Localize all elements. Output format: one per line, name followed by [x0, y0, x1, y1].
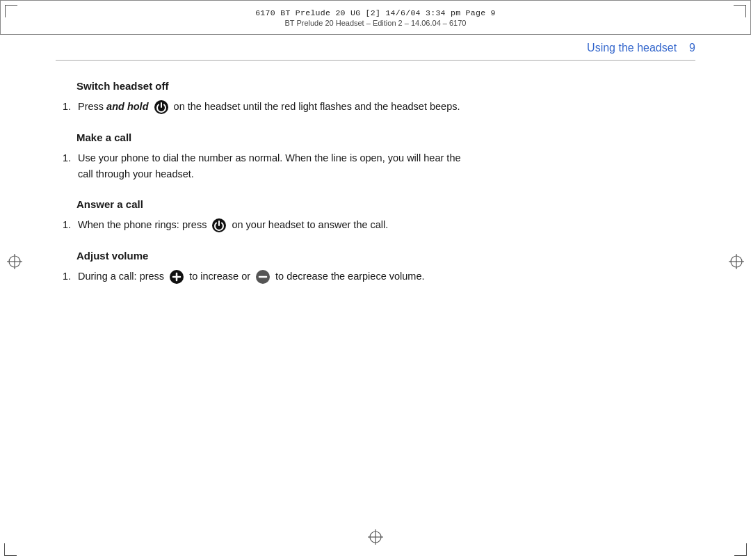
list-item: 1. When the phone rings: press on your h… [63, 217, 695, 233]
corner-mark-bottom-left [4, 543, 17, 556]
vol-up-icon [169, 269, 184, 285]
list-item: 1. During a call: press to increase or [63, 269, 695, 285]
power-button-icon [154, 99, 169, 115]
reg-mark-right [729, 254, 744, 269]
section-list-answer-call: 1. When the phone rings: press on your h… [56, 217, 695, 233]
list-num: 1. [63, 217, 78, 232]
section-list-make-call: 1. Use your phone to dial the number as … [56, 150, 695, 182]
section-adjust-volume: Adjust volume 1. During a call: press to… [56, 250, 695, 285]
list-item: 1. Use your phone to dial the number as … [63, 150, 695, 182]
list-num: 1. [63, 150, 78, 166]
section-switch-headset-off: Switch headset off 1. Press and hold on … [56, 80, 695, 115]
section-answer-a-call: Answer a call 1. When the phone rings: p… [56, 198, 695, 233]
page-title-row: Using the headset 9 [56, 42, 695, 61]
vol-down-icon [255, 269, 270, 285]
list-content: Use your phone to dial the number as nor… [78, 150, 695, 182]
page-wrapper: 6170 BT Prelude 20 UG [2] 14/6/04 3:34 p… [0, 0, 751, 560]
section-title-answer-call: Answer a call [76, 198, 695, 210]
list-num: 1. [63, 269, 78, 284]
list-content: When the phone rings: press on your head… [78, 217, 695, 233]
header-bar: 6170 BT Prelude 20 UG [2] 14/6/04 3:34 p… [0, 0, 751, 35]
list-item: 1. Press and hold on the headset until t… [63, 99, 695, 115]
page-title: Using the headset [587, 42, 677, 54]
section-title-switch: Switch headset off [76, 80, 695, 92]
list-num: 1. [63, 99, 78, 114]
list-content: Press and hold on the headset until the … [78, 99, 695, 115]
corner-mark-top-right [734, 5, 746, 17]
header-sub-line: BT Prelude 20 Headset – Edition 2 – 14.0… [285, 19, 467, 27]
section-list-switch: 1. Press and hold on the headset until t… [56, 99, 695, 115]
corner-mark-top-left [5, 5, 17, 17]
page-number: 9 [689, 42, 695, 54]
section-list-adjust-volume: 1. During a call: press to increase or [56, 269, 695, 285]
section-make-a-call: Make a call 1. Use your phone to dial th… [56, 131, 695, 182]
list-content: During a call: press to increase or to d… [78, 269, 695, 285]
header-top-line: 6170 BT Prelude 20 UG [2] 14/6/04 3:34 p… [255, 8, 496, 17]
and-hold-text: and hold [106, 101, 148, 112]
content-area: Using the headset 9 Switch headset off 1… [56, 42, 695, 532]
reg-mark-left [7, 254, 22, 269]
section-title-adjust-volume: Adjust volume [76, 250, 695, 262]
answer-button-icon [211, 218, 227, 233]
section-title-make-call: Make a call [76, 131, 695, 143]
corner-mark-bottom-right [734, 543, 747, 556]
